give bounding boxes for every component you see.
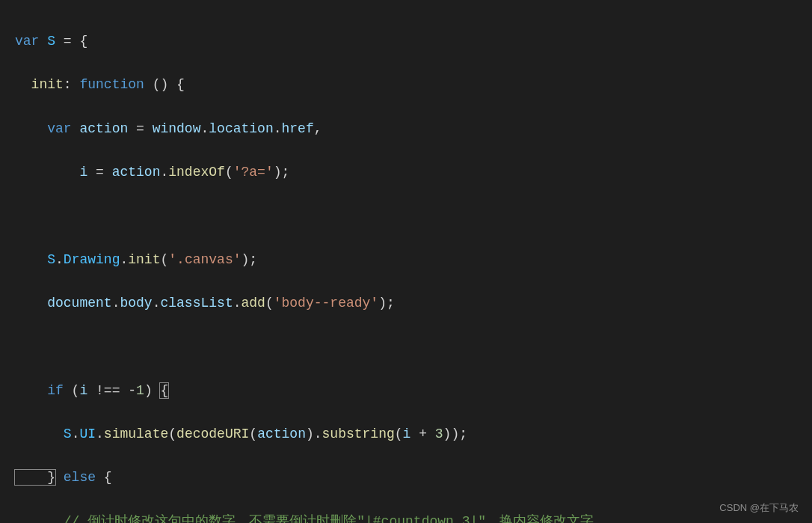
code-line: // 倒计时修改这句中的数字，不需要倒计时删除"|#countdown 3|"，… (15, 511, 812, 523)
keyword-var: var (15, 34, 39, 49)
code-line (15, 205, 812, 227)
code-line: init: function () { (15, 74, 812, 96)
code-line: i = action.indexOf('?a='); (15, 162, 812, 183)
code-editor-content[interactable]: var S = { init: function () { var action… (0, 9, 812, 523)
bracket-highlight: } (14, 469, 56, 486)
variable-S: S (39, 34, 55, 49)
keyword-function: function (79, 77, 144, 92)
code-line (15, 336, 812, 358)
code-line: var S = { (15, 31, 812, 52)
bracket-highlight: { (159, 382, 169, 399)
code-line: } else { (15, 467, 812, 489)
property-init: init (15, 77, 64, 92)
code-line: S.UI.simulate(decodeURI(action).substrin… (15, 423, 812, 445)
code-line: var action = window.location.href, (15, 118, 812, 140)
code-line: S.Drawing.init('.canvas'); (15, 249, 812, 271)
code-line: document.body.classList.add('body--ready… (15, 293, 812, 314)
comment-line: // 倒计时修改这句中的数字，不需要倒计时删除"|#countdown 3|"，… (15, 514, 594, 523)
code-line: if (i !== -1) { (15, 380, 812, 402)
watermark-text: CSDN @在下马农 (719, 500, 799, 516)
